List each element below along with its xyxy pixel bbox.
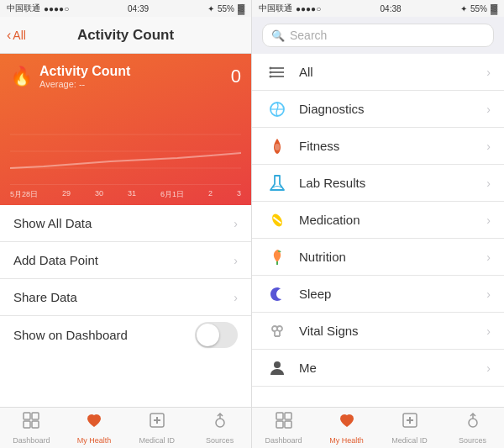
right-tab-medicalid[interactable]: Medical ID <box>378 408 441 448</box>
svg-point-35 <box>469 419 477 427</box>
right-tab-myhealth[interactable]: My Health <box>315 408 378 448</box>
left-battery: 55% <box>218 4 234 13</box>
share-data-label: Share Data <box>13 290 77 304</box>
chart-date-2: 29 <box>62 189 71 200</box>
right-list: All › Diagnostics › Fitness › <box>252 54 504 407</box>
right-sources-icon <box>464 411 482 435</box>
svg-rect-30 <box>276 421 283 428</box>
right-signal: ●●●●○ <box>296 4 321 13</box>
chart-date-3: 30 <box>95 189 103 200</box>
nutrition-icon <box>265 245 289 269</box>
left-tab-sources[interactable]: Sources <box>188 408 251 448</box>
chart-graph <box>10 118 241 185</box>
left-myhealth-icon <box>85 411 103 435</box>
me-label: Me <box>299 361 476 375</box>
add-data-point-label: Add Data Point <box>13 253 98 267</box>
back-button[interactable]: ‹ All <box>7 28 26 43</box>
right-dashboard-icon <box>275 411 293 435</box>
list-item-nutrition[interactable]: Nutrition › <box>252 239 504 276</box>
lab-chevron-icon: › <box>486 177 491 190</box>
show-dashboard-toggle[interactable] <box>195 322 238 348</box>
left-tab-medicalid[interactable]: Medical ID <box>126 408 189 448</box>
list-item-fitness[interactable]: Fitness › <box>252 128 504 165</box>
right-status-right: ✦ 55% ▓ <box>460 3 497 13</box>
add-data-chevron-icon: › <box>234 254 238 267</box>
left-bluetooth-icon: ✦ <box>207 4 214 13</box>
diagnostics-label: Diagnostics <box>299 102 476 116</box>
left-status-right: ✦ 55% ▓ <box>207 3 244 13</box>
nutrition-label: Nutrition <box>299 250 476 264</box>
left-panel: 中国联通 ●●●●○ 04:39 ✦ 55% ▓ ‹ All Activity … <box>0 0 252 448</box>
sleep-chevron-icon: › <box>486 287 491 301</box>
svg-point-17 <box>270 71 272 73</box>
left-dashboard-icon <box>22 411 40 435</box>
chart-area: 🔥 Activity Count Average: -- 0 5月28日 29 … <box>0 54 251 205</box>
left-nav-bar: ‹ All Activity Count <box>0 17 251 54</box>
svg-rect-4 <box>24 413 30 419</box>
right-panel: 中国联通 ●●●●○ 04:38 ✦ 55% ▓ 🔍 Search <box>252 0 504 448</box>
medication-icon <box>265 208 289 232</box>
svg-rect-7 <box>32 421 39 428</box>
left-tab-myhealth-label: My Health <box>77 436 112 445</box>
left-tab-sources-label: Sources <box>206 436 234 445</box>
add-data-point-item[interactable]: Add Data Point › <box>0 242 251 279</box>
sleep-label: Sleep <box>299 287 476 301</box>
right-battery: 55% <box>470 4 487 13</box>
right-bluetooth-icon: ✦ <box>460 4 467 13</box>
fitness-chevron-icon: › <box>486 140 491 153</box>
right-tab-sources[interactable]: Sources <box>441 408 504 448</box>
svg-rect-5 <box>32 413 39 419</box>
sleep-icon <box>265 282 289 306</box>
vitals-icon <box>265 319 289 343</box>
chart-average: Average: -- <box>39 79 224 89</box>
list-item-diagnostics[interactable]: Diagnostics › <box>252 91 504 128</box>
left-sources-icon <box>211 411 229 435</box>
right-battery-icon: ▓ <box>491 3 497 13</box>
diagnostics-chevron-icon: › <box>486 103 491 116</box>
right-tab-dashboard-label: Dashboard <box>265 436 302 445</box>
list-item-lab[interactable]: Lab Results › <box>252 165 504 202</box>
right-medicalid-icon <box>401 411 419 435</box>
svg-point-26 <box>277 326 282 331</box>
search-input-wrap[interactable]: 🔍 Search <box>262 24 494 47</box>
vitals-label: Vital Signs <box>299 324 476 338</box>
medication-label: Medication <box>299 213 476 227</box>
medication-chevron-icon: › <box>486 213 491 227</box>
right-carrier: 中国联通 <box>259 3 292 14</box>
list-item-medication[interactable]: Medication › <box>252 202 504 239</box>
svg-point-11 <box>216 419 224 427</box>
left-tab-bar: Dashboard My Health Medical ID <box>0 407 251 448</box>
left-status-bar: 中国联通 ●●●●○ 04:39 ✦ 55% ▓ <box>0 0 251 17</box>
vitals-chevron-icon: › <box>486 324 491 338</box>
search-bar: 🔍 Search <box>252 17 504 54</box>
svg-point-18 <box>270 75 272 77</box>
right-tab-myhealth-label: My Health <box>329 436 364 445</box>
chart-date-1: 5月28日 <box>10 189 38 200</box>
fitness-label: Fitness <box>299 139 476 153</box>
right-tab-medicalid-label: Medical ID <box>391 436 428 445</box>
me-icon <box>265 356 289 380</box>
lab-label: Lab Results <box>299 176 476 190</box>
lab-icon <box>265 171 289 195</box>
share-data-item[interactable]: Share Data › <box>0 279 251 316</box>
left-tab-myhealth[interactable]: My Health <box>63 408 126 448</box>
nav-title: Activity Count <box>77 27 174 44</box>
chart-date-6: 2 <box>208 189 213 200</box>
list-item-all[interactable]: All › <box>252 54 504 91</box>
chart-flame-icon: 🔥 <box>10 66 33 87</box>
chart-date-4: 31 <box>128 189 136 200</box>
list-item-sleep[interactable]: Sleep › <box>252 276 504 313</box>
back-label: All <box>13 29 26 42</box>
left-tab-dashboard[interactable]: Dashboard <box>0 408 63 448</box>
left-menu-list: Show All Data › Add Data Point › Share D… <box>0 205 251 407</box>
show-all-data-item[interactable]: Show All Data › <box>0 205 251 242</box>
list-item-vitals[interactable]: Vital Signs › <box>252 313 504 350</box>
right-tab-dashboard[interactable]: Dashboard <box>252 408 315 448</box>
left-medicalid-icon <box>148 411 166 435</box>
all-chevron-icon: › <box>486 66 491 79</box>
list-item-me[interactable]: Me › <box>252 350 504 387</box>
left-tab-medicalid-label: Medical ID <box>139 436 176 445</box>
left-status-left: 中国联通 ●●●●○ <box>7 3 69 14</box>
right-tab-bar: Dashboard My Health Medical ID <box>252 407 504 448</box>
search-placeholder: Search <box>290 29 327 42</box>
